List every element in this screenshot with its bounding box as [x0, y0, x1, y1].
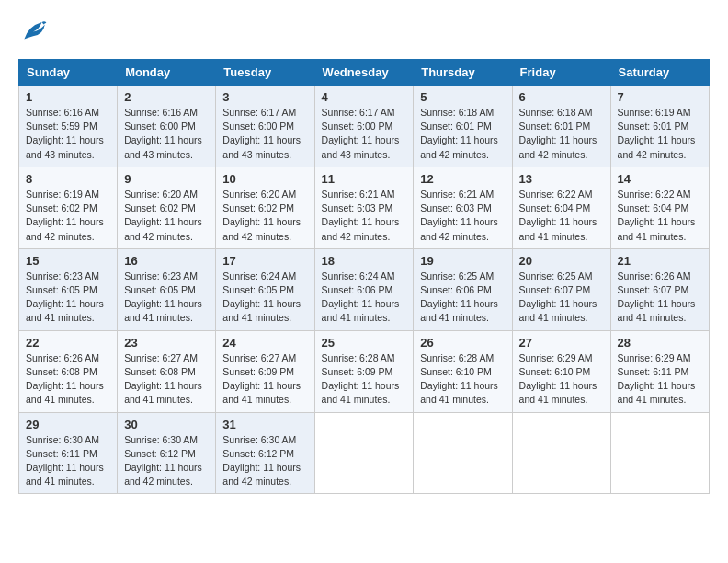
calendar-cell: 15Sunrise: 6:23 AMSunset: 6:05 PMDayligh… [19, 248, 118, 330]
day-number: 28 [618, 336, 702, 350]
day-info: Sunrise: 6:29 AMSunset: 6:10 PMDaylight:… [519, 351, 604, 408]
day-info: Sunrise: 6:22 AMSunset: 6:04 PMDaylight:… [618, 188, 702, 244]
calendar-cell [414, 412, 512, 494]
day-info: Sunrise: 6:30 AMSunset: 6:11 PMDaylight:… [26, 433, 110, 489]
day-number: 15 [26, 254, 110, 268]
day-info: Sunrise: 6:16 AMSunset: 6:00 PMDaylight:… [124, 106, 209, 162]
day-info: Sunrise: 6:19 AMSunset: 6:01 PMDaylight:… [618, 106, 702, 162]
day-number: 22 [26, 336, 110, 350]
day-number: 5 [420, 90, 505, 104]
calendar-cell: 5Sunrise: 6:18 AMSunset: 6:01 PMDaylight… [414, 86, 512, 167]
day-number: 18 [322, 254, 407, 268]
day-info: Sunrise: 6:26 AMSunset: 6:08 PMDaylight:… [26, 351, 110, 408]
calendar-cell: 4Sunrise: 6:17 AMSunset: 6:00 PMDaylight… [314, 86, 414, 167]
day-number: 9 [124, 172, 209, 186]
calendar-cell: 20Sunrise: 6:25 AMSunset: 6:07 PMDayligh… [512, 248, 610, 330]
day-info: Sunrise: 6:16 AMSunset: 5:59 PMDaylight:… [26, 106, 110, 162]
weekday-header-saturday: Saturday [610, 60, 709, 86]
day-info: Sunrise: 6:19 AMSunset: 6:02 PMDaylight:… [26, 188, 110, 244]
page-header [18, 18, 710, 44]
day-number: 31 [222, 418, 307, 431]
weekday-header-wednesday: Wednesday [314, 60, 414, 86]
day-info: Sunrise: 6:23 AMSunset: 6:05 PMDaylight:… [26, 270, 110, 326]
weekday-header-thursday: Thursday [414, 60, 512, 86]
calendar-cell: 13Sunrise: 6:22 AMSunset: 6:04 PMDayligh… [512, 167, 610, 248]
calendar-cell: 19Sunrise: 6:25 AMSunset: 6:06 PMDayligh… [414, 248, 512, 330]
day-info: Sunrise: 6:25 AMSunset: 6:07 PMDaylight:… [519, 270, 604, 326]
calendar-cell: 7Sunrise: 6:19 AMSunset: 6:01 PMDaylight… [610, 86, 709, 167]
day-number: 6 [519, 90, 604, 104]
day-info: Sunrise: 6:25 AMSunset: 6:06 PMDaylight:… [420, 270, 505, 326]
calendar-week-3: 15Sunrise: 6:23 AMSunset: 6:05 PMDayligh… [19, 248, 710, 330]
calendar-cell: 22Sunrise: 6:26 AMSunset: 6:08 PMDayligh… [19, 330, 118, 412]
day-number: 1 [26, 90, 110, 104]
day-info: Sunrise: 6:27 AMSunset: 6:09 PMDaylight:… [222, 351, 307, 408]
day-number: 14 [618, 172, 702, 186]
day-number: 12 [420, 172, 505, 186]
day-info: Sunrise: 6:18 AMSunset: 6:01 PMDaylight:… [519, 106, 604, 162]
day-number: 13 [519, 172, 604, 186]
day-number: 17 [222, 254, 307, 268]
day-number: 23 [124, 336, 209, 350]
calendar-cell: 10Sunrise: 6:20 AMSunset: 6:02 PMDayligh… [216, 167, 314, 248]
day-number: 25 [322, 336, 407, 350]
logo [18, 18, 51, 44]
day-info: Sunrise: 6:28 AMSunset: 6:09 PMDaylight:… [322, 351, 407, 408]
day-info: Sunrise: 6:26 AMSunset: 6:07 PMDaylight:… [618, 270, 702, 326]
calendar-cell: 25Sunrise: 6:28 AMSunset: 6:09 PMDayligh… [314, 330, 414, 412]
day-number: 10 [222, 172, 307, 186]
calendar-cell: 31Sunrise: 6:30 AMSunset: 6:12 PMDayligh… [216, 412, 314, 494]
day-info: Sunrise: 6:29 AMSunset: 6:11 PMDaylight:… [618, 351, 702, 408]
calendar-cell: 28Sunrise: 6:29 AMSunset: 6:11 PMDayligh… [610, 330, 709, 412]
day-number: 7 [618, 90, 702, 104]
day-number: 16 [124, 254, 209, 268]
day-number: 8 [26, 172, 110, 186]
day-number: 27 [519, 336, 604, 350]
day-number: 29 [26, 418, 110, 431]
calendar-cell: 9Sunrise: 6:20 AMSunset: 6:02 PMDaylight… [118, 167, 216, 248]
day-number: 26 [420, 336, 505, 350]
day-info: Sunrise: 6:24 AMSunset: 6:06 PMDaylight:… [322, 270, 407, 326]
calendar-cell: 16Sunrise: 6:23 AMSunset: 6:05 PMDayligh… [118, 248, 216, 330]
calendar-cell: 18Sunrise: 6:24 AMSunset: 6:06 PMDayligh… [314, 248, 414, 330]
calendar-cell: 21Sunrise: 6:26 AMSunset: 6:07 PMDayligh… [610, 248, 709, 330]
calendar-cell: 12Sunrise: 6:21 AMSunset: 6:03 PMDayligh… [414, 167, 512, 248]
calendar-cell: 29Sunrise: 6:30 AMSunset: 6:11 PMDayligh… [19, 412, 118, 494]
calendar-cell: 27Sunrise: 6:29 AMSunset: 6:10 PMDayligh… [512, 330, 610, 412]
day-info: Sunrise: 6:30 AMSunset: 6:12 PMDaylight:… [222, 433, 307, 489]
day-number: 2 [124, 90, 209, 104]
day-info: Sunrise: 6:23 AMSunset: 6:05 PMDaylight:… [124, 270, 209, 326]
calendar-week-2: 8Sunrise: 6:19 AMSunset: 6:02 PMDaylight… [19, 167, 710, 248]
calendar-cell: 26Sunrise: 6:28 AMSunset: 6:10 PMDayligh… [414, 330, 512, 412]
calendar-cell: 30Sunrise: 6:30 AMSunset: 6:12 PMDayligh… [118, 412, 216, 494]
calendar-cell: 17Sunrise: 6:24 AMSunset: 6:05 PMDayligh… [216, 248, 314, 330]
day-number: 20 [519, 254, 604, 268]
weekday-header-tuesday: Tuesday [216, 60, 314, 86]
day-info: Sunrise: 6:18 AMSunset: 6:01 PMDaylight:… [420, 106, 505, 162]
calendar-cell: 6Sunrise: 6:18 AMSunset: 6:01 PMDaylight… [512, 86, 610, 167]
day-info: Sunrise: 6:21 AMSunset: 6:03 PMDaylight:… [322, 188, 407, 244]
day-number: 21 [618, 254, 702, 268]
calendar-cell: 3Sunrise: 6:17 AMSunset: 6:00 PMDaylight… [216, 86, 314, 167]
day-info: Sunrise: 6:20 AMSunset: 6:02 PMDaylight:… [124, 188, 209, 244]
weekday-header-sunday: Sunday [19, 60, 118, 86]
calendar-cell: 11Sunrise: 6:21 AMSunset: 6:03 PMDayligh… [314, 167, 414, 248]
day-number: 11 [322, 172, 407, 186]
logo-bird-icon [18, 18, 48, 44]
day-number: 4 [322, 90, 407, 104]
day-info: Sunrise: 6:20 AMSunset: 6:02 PMDaylight:… [222, 188, 307, 244]
calendar-table: SundayMondayTuesdayWednesdayThursdayFrid… [18, 59, 710, 494]
calendar-cell: 23Sunrise: 6:27 AMSunset: 6:08 PMDayligh… [118, 330, 216, 412]
day-info: Sunrise: 6:22 AMSunset: 6:04 PMDaylight:… [519, 188, 604, 244]
day-number: 24 [222, 336, 307, 350]
day-info: Sunrise: 6:21 AMSunset: 6:03 PMDaylight:… [420, 188, 505, 244]
weekday-header-monday: Monday [118, 60, 216, 86]
calendar-cell [610, 412, 709, 494]
calendar-cell: 8Sunrise: 6:19 AMSunset: 6:02 PMDaylight… [19, 167, 118, 248]
calendar-week-4: 22Sunrise: 6:26 AMSunset: 6:08 PMDayligh… [19, 330, 710, 412]
day-info: Sunrise: 6:30 AMSunset: 6:12 PMDaylight:… [124, 433, 209, 489]
calendar-cell [512, 412, 610, 494]
day-number: 19 [420, 254, 505, 268]
day-info: Sunrise: 6:24 AMSunset: 6:05 PMDaylight:… [222, 270, 307, 326]
calendar-cell: 2Sunrise: 6:16 AMSunset: 6:00 PMDaylight… [118, 86, 216, 167]
